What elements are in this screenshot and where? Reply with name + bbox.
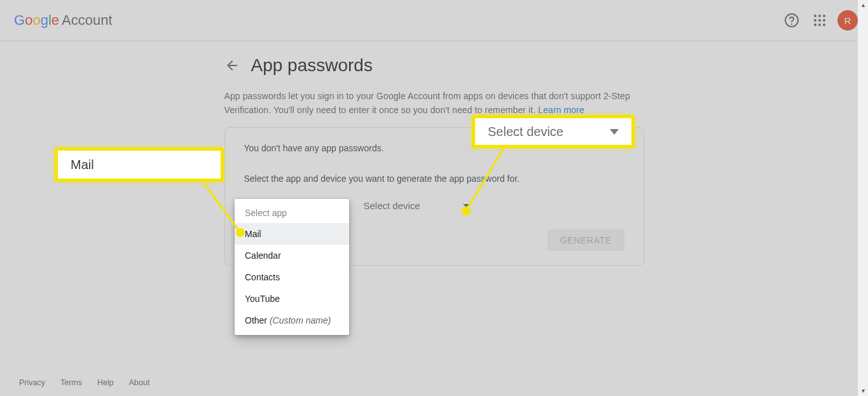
footer-links: Privacy Terms Help About: [19, 378, 149, 387]
select-device-label: Select device: [364, 200, 420, 211]
dropdown-item-youtube[interactable]: YouTube: [235, 288, 349, 310]
scroll-up-icon[interactable]: ▴: [858, 0, 868, 10]
google-apps-icon[interactable]: [807, 8, 832, 33]
dropdown-item-mail[interactable]: Mail: [235, 223, 349, 245]
annotation-callout-device: Select device: [472, 115, 635, 148]
google-account-logo[interactable]: Google Account: [14, 12, 113, 29]
generate-button[interactable]: GENERATE: [548, 229, 624, 251]
dropdown-other-label: Other: [245, 315, 270, 325]
app-header: Google Account R: [0, 0, 868, 41]
select-app-menu: Select app Mail Calendar Contacts YouTub…: [235, 199, 349, 335]
annotation-callout-device-text: Select device: [488, 125, 563, 139]
account-word: Account: [62, 12, 113, 29]
back-arrow-icon[interactable]: [224, 58, 240, 73]
title-row: App passwords: [224, 41, 644, 88]
dropdown-item-calendar[interactable]: Calendar: [235, 245, 349, 266]
instruction-text: Select the app and device you want to ge…: [244, 174, 624, 184]
google-wordmark: Google: [14, 12, 59, 29]
annotation-callout-mail-text: Mail: [71, 158, 94, 172]
chevron-down-icon: [610, 129, 619, 135]
footer-help-link[interactable]: Help: [97, 378, 114, 387]
vertical-scrollbar[interactable]: ▴ ▾: [858, 0, 868, 396]
footer-about-link[interactable]: About: [129, 378, 150, 387]
dropdown-item-other[interactable]: Other (Custom name): [235, 310, 349, 331]
scroll-down-icon[interactable]: ▾: [858, 386, 868, 396]
select-device-dropdown[interactable]: Select device: [362, 198, 471, 214]
learn-more-link[interactable]: Learn more: [538, 105, 584, 115]
chevron-down-icon: [463, 204, 469, 207]
avatar[interactable]: R: [837, 10, 858, 31]
footer-terms-link[interactable]: Terms: [60, 378, 82, 387]
help-icon[interactable]: [779, 8, 804, 33]
dropdown-item-contacts[interactable]: Contacts: [235, 266, 349, 288]
annotation-callout-mail: Mail: [55, 147, 224, 182]
dropdown-other-custom: (Custom name): [270, 315, 331, 325]
dropdown-header: Select app: [235, 203, 349, 223]
page-title: App passwords: [251, 55, 373, 76]
footer-privacy-link[interactable]: Privacy: [19, 378, 45, 387]
